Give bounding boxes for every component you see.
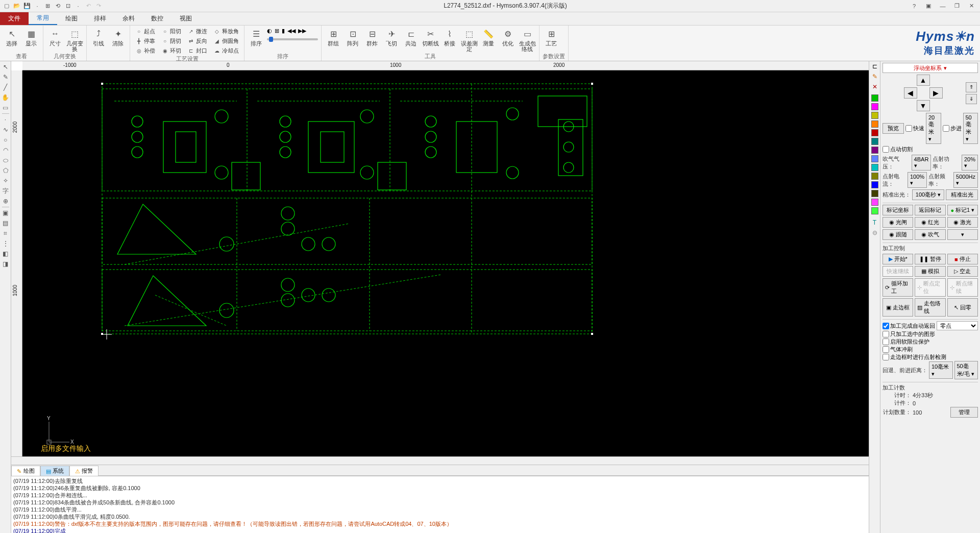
qat-open-icon[interactable]: 📂 (12, 2, 21, 11)
sim-button[interactable]: ▦模拟 (915, 266, 945, 277)
jog-left-button[interactable]: ◀ (904, 87, 917, 99)
layer-swatch-13[interactable] (871, 207, 878, 214)
tool-tree-icon[interactable]: ⌗ (1, 229, 10, 238)
tool-10-button[interactable]: ▭生成包络线 (519, 27, 536, 52)
sort-i1-icon[interactable]: ◐ (267, 28, 272, 34)
tool-color-icon[interactable]: ◧ (1, 249, 10, 258)
layer-swatch-2[interactable] (871, 112, 878, 119)
tool-group-icon[interactable]: ▣ (1, 208, 10, 217)
layer-swatch-12[interactable] (871, 199, 878, 206)
z-down-button[interactable]: ⇓ (966, 94, 977, 104)
tool-cursor-icon[interactable]: ↖ (1, 62, 10, 71)
ring-button[interactable]: ◉环切 (159, 46, 183, 55)
size-button[interactable]: ↔尺寸 (46, 27, 64, 46)
chk-selonly[interactable]: 只加工选中的图形 (883, 330, 978, 338)
jog-down-button[interactable]: ▼ (917, 100, 930, 111)
tool-9-button[interactable]: ⚙优化 (499, 27, 517, 46)
drawing-canvas[interactable]: Y X 启用多文件输入 (22, 70, 869, 456)
qat-back-icon[interactable]: ↶ (84, 2, 93, 11)
dry-button[interactable]: ▷空走 (947, 266, 978, 277)
red-button[interactable]: ◉红光 (915, 217, 945, 228)
dotcur-val[interactable]: 100% ▾ (908, 172, 927, 188)
menu-tab-5[interactable]: 视图 (172, 12, 200, 25)
dotfreq-val[interactable]: 5000Hz ▾ (953, 172, 978, 188)
tool-7-button[interactable]: ⬚误差测定 (460, 27, 478, 52)
layer-swatch-9[interactable] (871, 173, 878, 180)
follow-button[interactable]: ◉跟随 (883, 229, 913, 240)
sort-slider[interactable] (267, 38, 318, 40)
home-button[interactable]: ↖回零 (947, 298, 978, 317)
menu-tab-1[interactable]: 绘图 (57, 12, 86, 25)
blow-val[interactable]: 4BAR ▾ (912, 155, 932, 171)
tool-dim-icon[interactable]: ⊕ (1, 197, 10, 206)
qat-fwd-icon[interactable]: ↷ (94, 2, 103, 11)
close-icon[interactable]: ✕ (965, 1, 978, 11)
layer-swatch-6[interactable] (871, 147, 878, 154)
bploc-button[interactable]: ⊹断点定位 (915, 278, 945, 297)
follow-extra-button[interactable]: ▾ (947, 229, 978, 240)
sort-prev-icon[interactable]: ◀◀ (287, 28, 296, 34)
tool-hand-icon[interactable]: ✋ (1, 93, 10, 102)
seal-button[interactable]: ⊏封口 (185, 46, 209, 55)
layer-del-icon[interactable]: ✕ (871, 83, 879, 91)
tool-5-button[interactable]: ✂切断线 (422, 27, 439, 46)
transform-button[interactable]: ⬚几何变换 (66, 27, 83, 52)
craft-param-button[interactable]: ⊞工艺 (543, 27, 560, 46)
layer-edit-icon[interactable]: ✎ (871, 72, 879, 81)
step-val[interactable]: 50毫米 ▾ (963, 113, 978, 144)
loop-button[interactable]: ⟳循环加工 (883, 278, 913, 297)
tool-polygon-icon[interactable]: ⬠ (1, 166, 10, 175)
layer-swatch-10[interactable] (871, 181, 878, 188)
layer-lock-icon[interactable]: ⊏ (871, 62, 879, 70)
tool-ellipse-icon[interactable]: ⬭ (1, 156, 10, 165)
outer-button[interactable]: ○阳切 (159, 27, 183, 36)
tool-8-button[interactable]: 📏测量 (480, 27, 497, 46)
tool-scale-icon[interactable]: ◨ (1, 259, 10, 269)
layer-swatch-3[interactable] (871, 120, 878, 128)
return-sel[interactable]: 零点 (937, 321, 978, 330)
logtab-system[interactable]: ▤系统 (40, 466, 69, 476)
layer-swatch-11[interactable] (871, 190, 878, 197)
tool-text-icon[interactable]: 字 (1, 186, 10, 196)
wrap-button[interactable]: ▨走包络线 (915, 298, 945, 317)
light-button[interactable]: ◉光闸 (883, 217, 913, 228)
layer-swatch-4[interactable] (871, 129, 878, 136)
retdist1[interactable]: 10毫米 ▾ (929, 361, 953, 379)
minimize-icon[interactable]: ― (936, 1, 949, 11)
tool-1-button[interactable]: ⊡阵列 (344, 27, 361, 46)
sort-i2-icon[interactable]: ⊞ (275, 28, 279, 34)
ribbon-toggle-icon[interactable]: ▣ (922, 1, 935, 11)
clear-button[interactable]: ✦清除 (109, 27, 127, 46)
help-icon[interactable]: ? (908, 1, 921, 11)
tool-star-icon[interactable]: ✧ (1, 176, 10, 185)
layer-swatch-7[interactable] (871, 155, 878, 162)
manage-button[interactable]: 管理 (950, 407, 978, 418)
chk-softlimit[interactable]: 启用软限位保护 (883, 338, 978, 346)
chk-edgedot[interactable]: 走边框时进行点射检测 (883, 353, 978, 361)
z-up-button[interactable]: ⇑ (966, 82, 977, 92)
tool-point-icon[interactable]: · (1, 115, 10, 124)
tool-rect-icon[interactable]: ▭ (1, 103, 10, 112)
blow-button[interactable]: ◉吹气 (915, 229, 945, 240)
precout-val[interactable]: 100毫秒 ▾ (912, 189, 944, 200)
tool-3-button[interactable]: ✈飞切 (383, 27, 400, 46)
logtab-alarm[interactable]: ⚠报警 (69, 466, 99, 476)
sort-button[interactable]: ☰排序 (248, 27, 265, 46)
menu-tab-4[interactable]: 数控 (143, 12, 172, 25)
layer-text-icon[interactable]: T (871, 219, 879, 227)
precout-button[interactable]: 精准出光 (946, 189, 978, 200)
h-scrollbar[interactable] (11, 456, 869, 465)
tool-line-icon[interactable]: ╱ (1, 83, 10, 92)
pause-button[interactable]: ❚❚暂停 (915, 254, 945, 264)
return-mark-button[interactable]: 返回标记 (915, 205, 945, 215)
tool-4-button[interactable]: ⊏共边 (402, 27, 420, 46)
cool-button[interactable]: ☁冷却点 (211, 46, 241, 55)
dock-button[interactable]: ╋停靠 (133, 36, 157, 45)
bpcont-button[interactable]: ⊹断点继续 (947, 278, 978, 297)
stop-button[interactable]: ■停止 (947, 254, 978, 264)
chk-gas[interactable]: 气体冲刷 (883, 346, 978, 353)
logtab-draw[interactable]: ✎绘图 (11, 466, 40, 476)
coord-sys-select[interactable]: 浮动坐标系 ▾ (883, 63, 978, 73)
qat-new-icon[interactable]: ▢ (2, 2, 11, 11)
select-button[interactable]: ↖选择 (3, 27, 20, 46)
